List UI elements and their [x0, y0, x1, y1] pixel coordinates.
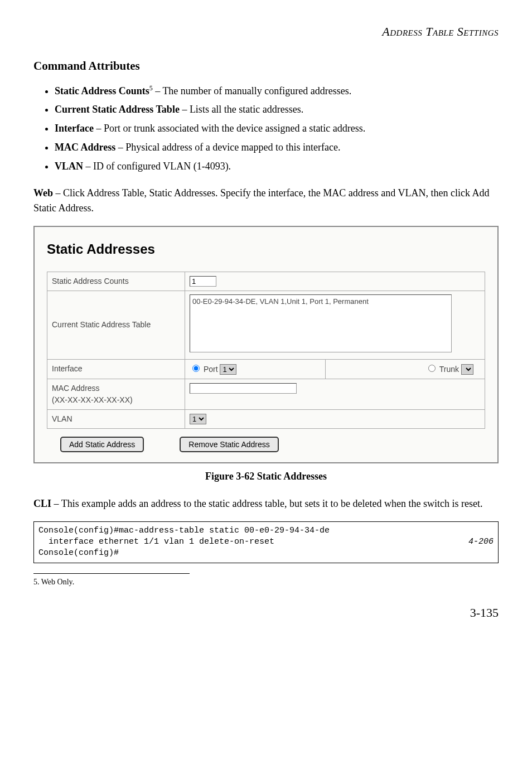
trunk-select[interactable] — [461, 364, 473, 375]
desc: – Physical address of a device mapped to… — [115, 142, 340, 153]
count-input[interactable] — [190, 276, 216, 287]
mac-sub: (XX-XX-XX-XX-XX-XX) — [52, 395, 133, 404]
code-line: Console(config)#mac-address-table static… — [38, 526, 330, 535]
cli-lead: CLI — [33, 498, 51, 509]
desc: – The number of manually configured addr… — [153, 85, 352, 96]
mac-label-cell: MAC Address (XX-XX-XX-XX-XX-XX) — [47, 379, 185, 409]
term: Static Address Counts — [55, 85, 149, 96]
vlan-select[interactable]: 1 — [190, 414, 206, 424]
figure-caption: Figure 3-62 Static Addresses — [33, 469, 499, 484]
list-item: Current Static Address Table – Lists all… — [55, 102, 499, 118]
vlan-label: VLAN — [47, 409, 185, 428]
iface-label: Interface — [47, 359, 185, 379]
table-cell: 00-E0-29-94-34-DE, VLAN 1,Unit 1, Port 1… — [185, 291, 485, 359]
footnote: 5. Web Only. — [33, 576, 499, 588]
remove-static-address-button[interactable]: Remove Static Address — [180, 437, 279, 452]
port-label: Port — [201, 365, 220, 374]
add-static-address-button[interactable]: Add Static Address — [60, 437, 144, 452]
port-radio[interactable] — [192, 365, 200, 372]
term: Interface — [55, 123, 94, 134]
desc: – ID of configured VLAN (1-4093). — [83, 161, 231, 172]
table-label: Current Static Address Table — [47, 291, 185, 359]
list-item: VLAN – ID of configured VLAN (1-4093). — [55, 159, 499, 175]
desc: – Lists all the static addresses. — [180, 104, 303, 115]
screenshot-title: Static Addresses — [47, 239, 485, 259]
attributes-list: Static Address Counts5 – The number of m… — [33, 83, 499, 175]
section-heading: Command Attributes — [33, 57, 499, 75]
list-item: Interface – Port or trunk associated wit… — [55, 121, 499, 137]
code-line: interface ethernet 1/1 vlan 1 delete-on-… — [38, 537, 274, 546]
cli-paragraph: CLI – This example adds an address to th… — [33, 496, 499, 511]
trunk-cell: Trunk — [326, 359, 485, 379]
address-list[interactable]: 00-E0-29-94-34-DE, VLAN 1,Unit 1, Port 1… — [190, 294, 452, 352]
count-cell — [185, 272, 485, 291]
list-item: Static Address Counts5 – The number of m… — [55, 83, 499, 99]
page-number: 3-135 — [33, 603, 499, 622]
list-item: MAC Address – Physical address of a devi… — [55, 140, 499, 156]
footnote-rule — [33, 573, 190, 574]
form-table: Static Address Counts Current Static Add… — [47, 272, 485, 429]
web-paragraph: Web – Click Address Table, Static Addres… — [33, 186, 499, 216]
screenshot-panel: Static Addresses Static Address Counts C… — [33, 226, 499, 463]
vlan-cell: 1 — [185, 409, 485, 428]
page-header: Address Table Settings — [33, 22, 499, 41]
port-select[interactable]: 1 — [220, 364, 236, 375]
mac-input[interactable] — [190, 383, 297, 394]
cli-body: – This example adds an address to the st… — [51, 498, 482, 509]
term: MAC Address — [55, 142, 115, 153]
port-cell: Port 1 — [185, 359, 326, 379]
mac-label: MAC Address — [52, 384, 100, 393]
button-row: Add Static Address Remove Static Address — [47, 437, 485, 452]
count-label: Static Address Counts — [47, 272, 185, 291]
mac-cell — [185, 379, 485, 409]
code-ref: 4-206 — [468, 536, 494, 548]
term: Current Static Address Table — [55, 104, 180, 115]
term: VLAN — [55, 161, 83, 172]
trunk-label: Trunk — [437, 365, 461, 374]
trunk-radio[interactable] — [428, 365, 436, 372]
web-lead: Web — [33, 187, 53, 199]
desc: – Port or trunk associated with the devi… — [94, 123, 365, 134]
code-block: Console(config)#mac-address-table static… — [33, 521, 499, 563]
code-line: Console(config)# — [38, 548, 119, 558]
web-body: – Click Address Table, Static Addresses.… — [33, 187, 489, 214]
